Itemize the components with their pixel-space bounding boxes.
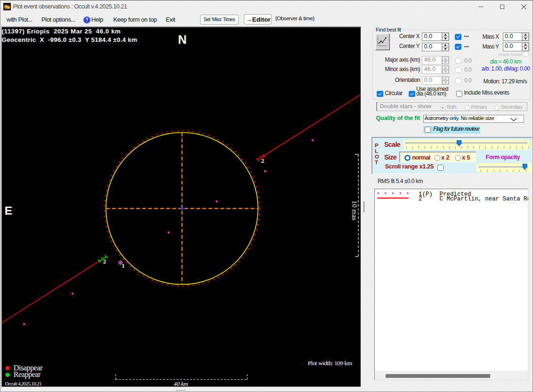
svg-text:Occult 4.2025.10.21: Occult 4.2025.10.21 [5, 381, 42, 386]
svg-text:N: N [178, 33, 186, 46]
svg-text:2 C McPartlin, near Santa: 2 C McPartlin, near Santa Ros [419, 196, 528, 202]
svg-text:1: 1 [122, 263, 125, 269]
svg-text:2: 2 [103, 258, 106, 265]
svg-text:Reappear: Reappear [14, 370, 41, 379]
svg-text:2: 2 [261, 158, 264, 164]
svg-text:10 mas: 10 mas [351, 200, 358, 220]
svg-text:Plot width: 109 km: Plot width: 109 km [308, 360, 353, 367]
svg-text:40 km: 40 km [173, 380, 188, 387]
svg-text:Geocentric X -996.0 ±0.3 Y: Geocentric X -996.0 ±0.3 Y 5184.4 ±0.4 k… [2, 36, 137, 43]
svg-text:E: E [5, 204, 12, 217]
svg-text:?: ? [85, 17, 88, 23]
svg-text:(11397) Eriopis 2025 Mar 25: (11397) Eriopis 2025 Mar 25 46.0 km [2, 28, 121, 35]
